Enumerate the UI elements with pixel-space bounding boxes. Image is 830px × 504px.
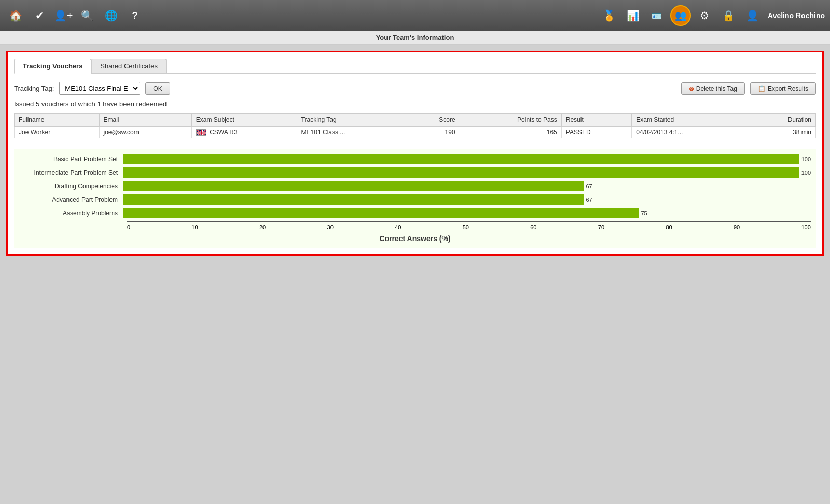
cell-email: joe@sw.com xyxy=(99,127,191,138)
xaxis-10: 10 xyxy=(191,224,198,230)
bar-value: 100 xyxy=(801,170,811,176)
tracking-tag-row: Tracking Tag: ME101 Class Final E OK ⊗ D… xyxy=(14,82,816,95)
search-icon[interactable]: 🔍 xyxy=(77,5,98,26)
bar-area: 100 xyxy=(123,154,811,164)
help-icon[interactable]: ? xyxy=(125,5,145,26)
main-content: Tracking Vouchers Shared Certificates Tr… xyxy=(0,45,830,262)
chart-icon[interactable]: 📊 xyxy=(622,5,643,26)
col-email: Email xyxy=(99,114,191,127)
bar-value: 67 xyxy=(586,197,592,203)
results-table: Fullname Email Exam Subject Tracking Tag… xyxy=(14,113,816,138)
nav-right: 🏅 📊 🪪 👥 ⚙ 🔒 👤 Avelino Rochino xyxy=(599,5,825,26)
add-user-icon[interactable]: 👤+ xyxy=(53,5,74,26)
cell-score: 190 xyxy=(407,127,460,138)
xaxis-100: 100 xyxy=(801,224,811,230)
cell-duration: 38 min xyxy=(748,127,816,138)
bar-value: 67 xyxy=(586,183,592,189)
tracking-tag-select[interactable]: ME101 Class Final E xyxy=(59,82,140,95)
col-duration: Duration xyxy=(748,114,816,127)
delete-tag-button[interactable]: ⊗ Delete this Tag xyxy=(681,82,745,95)
chart-bar-row: Drafting Competencies67 xyxy=(19,181,811,191)
globe-icon[interactable]: 🌐 xyxy=(101,5,121,26)
cell-result: PASSED xyxy=(561,127,632,138)
xaxis-70: 70 xyxy=(598,224,604,230)
xaxis-60: 60 xyxy=(530,224,536,230)
bar-label: Assembly Problems xyxy=(19,209,123,217)
chart-title: Correct Answers (%) xyxy=(19,234,811,248)
delete-icon: ⊗ xyxy=(689,85,694,92)
table-row: Joe Worker joe@sw.com CSWA R3 ME101 Clas… xyxy=(15,127,816,138)
xaxis-90: 90 xyxy=(734,224,740,230)
cell-points-to-pass: 165 xyxy=(460,127,561,138)
xaxis-0: 0 xyxy=(127,224,130,230)
voucher-info: Issued 5 vouchers of which 1 have been r… xyxy=(14,100,816,108)
col-score: Score xyxy=(407,114,460,127)
bar-label: Intermediate Part Problem Set xyxy=(19,169,123,176)
subtitle-bar: Your Team's Information xyxy=(0,31,830,45)
col-exam-started: Exam Started xyxy=(632,114,748,127)
bar-area: 75 xyxy=(123,208,811,218)
tabs: Tracking Vouchers Shared Certificates xyxy=(14,59,816,74)
export-icon: 📋 xyxy=(758,85,766,92)
col-result: Result xyxy=(561,114,632,127)
chart-xaxis-labels: 0 10 20 30 40 50 60 70 80 90 100 xyxy=(127,222,811,230)
flag-icon xyxy=(196,129,206,136)
tracking-label: Tracking Tag: xyxy=(14,85,54,92)
chart-bars: Basic Part Problem Set100Intermediate Pa… xyxy=(19,154,811,218)
subtitle-text: Your Team's Information xyxy=(376,34,454,41)
bar-area: 67 xyxy=(123,181,811,191)
export-results-button[interactable]: 📋 Export Results xyxy=(750,82,816,95)
award-icon[interactable]: 🏅 xyxy=(599,5,619,26)
bar-value: 100 xyxy=(801,156,811,162)
user-name: Avelino Rochino xyxy=(768,11,825,20)
cell-exam-subject: CSWA R3 xyxy=(191,127,297,138)
xaxis-30: 30 xyxy=(327,224,334,230)
col-tracking-tag: Tracking Tag xyxy=(297,114,407,127)
xaxis-40: 40 xyxy=(395,224,401,230)
chart-xaxis-container: 0 10 20 30 40 50 60 70 80 90 100 xyxy=(19,221,811,230)
top-nav: 🏠 ✔ 👤+ 🔍 🌐 ? 🏅 📊 🪪 👥 ⚙ 🔒 👤 Avelino Rochi… xyxy=(0,0,830,31)
card-icon[interactable]: 🪪 xyxy=(646,5,667,26)
chart-bar-row: Advanced Part Problem67 xyxy=(19,194,811,205)
lock-icon[interactable]: 🔒 xyxy=(718,5,739,26)
cell-fullname: Joe Worker xyxy=(15,127,100,138)
cell-exam-started: 04/02/2013 4:1... xyxy=(632,127,748,138)
team-icon[interactable]: 👥 xyxy=(670,5,691,26)
bar-value: 75 xyxy=(641,210,647,216)
bar xyxy=(123,167,799,178)
col-fullname: Fullname xyxy=(15,114,100,127)
col-points-to-pass: Points to Pass xyxy=(460,114,561,127)
tab-tracking-vouchers[interactable]: Tracking Vouchers xyxy=(14,59,91,74)
chart-bar-row: Assembly Problems75 xyxy=(19,208,811,218)
bar-label: Drafting Competencies xyxy=(19,183,123,190)
col-exam-subject: Exam Subject xyxy=(191,114,297,127)
bar-area: 67 xyxy=(123,194,811,205)
cell-tracking-tag: ME101 Class ... xyxy=(297,127,407,138)
bar-label: Basic Part Problem Set xyxy=(19,156,123,163)
check-icon[interactable]: ✔ xyxy=(29,5,50,26)
chart-xaxis: 0 10 20 30 40 50 60 70 80 90 100 xyxy=(127,221,811,230)
user-icon[interactable]: 👤 xyxy=(742,5,763,26)
xaxis-50: 50 xyxy=(463,224,469,230)
bar xyxy=(123,154,799,164)
home-icon[interactable]: 🏠 xyxy=(5,5,26,26)
xaxis-20: 20 xyxy=(259,224,266,230)
gear-icon[interactable]: ⚙ xyxy=(694,5,715,26)
xaxis-80: 80 xyxy=(666,224,672,230)
chart-bar-row: Basic Part Problem Set100 xyxy=(19,154,811,164)
bar xyxy=(123,194,584,205)
bar-area: 100 xyxy=(123,167,811,178)
svg-rect-8 xyxy=(197,133,206,134)
ok-button[interactable]: OK xyxy=(145,82,170,95)
tab-shared-certificates[interactable]: Shared Certificates xyxy=(91,59,167,73)
bar xyxy=(123,208,639,218)
bar-label: Advanced Part Problem xyxy=(19,196,123,203)
red-panel: Tracking Vouchers Shared Certificates Tr… xyxy=(6,51,824,256)
chart-bar-row: Intermediate Part Problem Set100 xyxy=(19,167,811,178)
chart-area: Basic Part Problem Set100Intermediate Pa… xyxy=(14,149,816,248)
bar xyxy=(123,181,584,191)
